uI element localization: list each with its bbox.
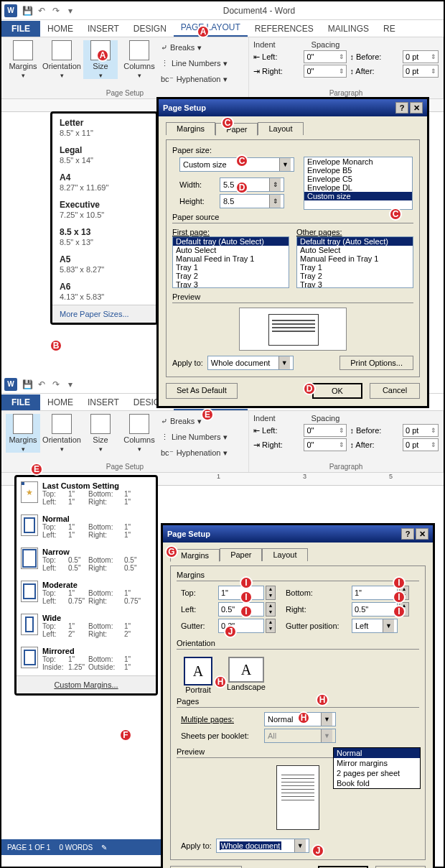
hyphenation-button[interactable]: bc⁻ Hyphenation ▾ (161, 72, 228, 86)
save-icon[interactable]: 💾 (20, 4, 34, 18)
tab-layout[interactable]: Layout (262, 548, 307, 561)
tab-home[interactable]: HOME (40, 21, 80, 37)
size-letter[interactable]: Letter8.5" x 11" (52, 114, 156, 141)
indent-left-input[interactable]: 0" (304, 50, 347, 63)
size-button[interactable]: Size (83, 414, 118, 453)
opt-mirror-margins[interactable]: Mirror margins (334, 758, 420, 768)
more-paper-sizes[interactable]: More Paper Sizes... (52, 305, 156, 323)
size-85x13[interactable]: 8.5 x 138.5" x 13" (52, 223, 156, 250)
help-button[interactable]: ? (401, 528, 414, 540)
margins-wide[interactable]: Wide Top:1"Bottom:1" Left:2"Right:2" (17, 609, 156, 642)
line-numbers-button[interactable]: ⋮ Line Numbers ▾ (161, 430, 228, 444)
orientation-portrait[interactable]: APortrait (184, 657, 212, 694)
top-spinner[interactable]: ▲▼ (266, 586, 276, 600)
spacing-before-input[interactable]: 0 pt (403, 50, 439, 63)
gutter-pos-combo[interactable]: Left▼ (352, 619, 398, 633)
tab-review[interactable]: RE (376, 21, 403, 37)
set-as-default-button[interactable]: Set As Default (166, 383, 238, 399)
margins-last-custom[interactable]: ★ Last Custom Setting Top:1"Bottom:1" Le… (17, 477, 156, 510)
spacing-before-input[interactable]: 0 pt (403, 424, 439, 437)
tab-page-layout[interactable]: PAGE LAYOUT (174, 19, 248, 37)
apply-to-combo[interactable]: Whole document▼ (216, 839, 309, 853)
orientation-landscape[interactable]: ALandscape (227, 657, 266, 694)
orientation-button[interactable]: Orientation (44, 414, 79, 453)
opt-normal[interactable]: Normal (334, 748, 420, 758)
tab-mailings[interactable]: MAILINGS (321, 21, 376, 37)
paper-size-label: Paper size: (172, 146, 413, 154)
opt-env-c5[interactable]: Envelope C5 (304, 175, 412, 183)
opt-book-fold[interactable]: Book fold (334, 778, 420, 788)
margins-narrow[interactable]: Narrow Top:0.5"Bottom:0.5" Left:0.5"Righ… (17, 543, 156, 576)
line-numbers-button[interactable]: ⋮ Line Numbers ▾ (161, 56, 228, 70)
tab-file[interactable]: FILE (1, 394, 40, 410)
tab-design[interactable]: DESIGN (126, 21, 174, 37)
tab-margins[interactable]: Margins (166, 122, 215, 135)
gutter-spinner[interactable]: ▲▼ (266, 619, 276, 633)
bottom-input[interactable] (352, 586, 398, 600)
close-button[interactable]: ✕ (416, 528, 428, 540)
margins-normal[interactable]: Normal Top:1"Bottom:1" Left:1"Right:1" (17, 510, 156, 543)
columns-button[interactable]: Columns (122, 414, 156, 453)
right-input[interactable] (352, 602, 398, 617)
tab-home[interactable]: HOME (40, 394, 80, 410)
paper-size-listbox[interactable]: Envelope Monarch Envelope B5 Envelope C5… (304, 157, 413, 210)
left-label: Left: (181, 605, 217, 614)
multiple-pages-label: Multiple pages: (181, 715, 260, 724)
badge-C: C (221, 116, 234, 129)
indent-left-input[interactable]: 0" (304, 424, 347, 437)
breaks-button[interactable]: ⤶ Breaks ▾ (161, 414, 228, 428)
undo-icon[interactable]: ↶ (34, 4, 49, 18)
margins-button[interactable]: Margins (6, 40, 40, 79)
height-input[interactable]: 8.5⇕ (220, 194, 284, 208)
qat-menu-icon[interactable]: ▾ (63, 4, 78, 18)
margins-moderate[interactable]: Moderate Top:1"Bottom:1" Left:0.75"Right… (17, 576, 156, 609)
tab-insert[interactable]: INSERT (80, 21, 126, 37)
multiple-pages-droplist[interactable]: Normal Mirror margins 2 pages per sheet … (333, 747, 421, 789)
indent-right-input[interactable]: 0" (304, 438, 347, 451)
tab-file[interactable]: FILE (1, 21, 40, 37)
first-page-listbox[interactable]: Default tray (Auto Select) Auto Select M… (172, 236, 289, 288)
columns-button[interactable]: Columns (122, 40, 156, 79)
opt-env-dl[interactable]: Envelope DL (304, 183, 412, 192)
spacing-after-input[interactable]: 0 pt (403, 438, 439, 451)
indent-right-input[interactable]: 0" (304, 65, 347, 78)
help-button[interactable]: ? (395, 102, 408, 114)
margins-mirrored[interactable]: Mirrored Top:1"Bottom:1" Inside:1.25"Out… (17, 642, 156, 675)
other-pages-listbox[interactable]: Default tray (Auto Select) Auto Select M… (296, 236, 413, 288)
size-legal[interactable]: Legal8.5" x 14" (52, 141, 156, 168)
spacing-after-input[interactable]: 0 pt (403, 65, 439, 78)
opt-env-monarch[interactable]: Envelope Monarch (304, 157, 412, 166)
ok-button[interactable]: OK (312, 383, 362, 399)
hyphenation-button[interactable]: bc⁻ Hyphenation ▾ (161, 445, 228, 460)
size-executive[interactable]: Executive7.25" x 10.5" (52, 195, 156, 223)
opt-custom-size[interactable]: Custom size (304, 192, 412, 200)
size-a4[interactable]: A48.27" x 11.69" (52, 168, 156, 195)
apply-to-combo[interactable]: Whole document▼ (207, 356, 294, 370)
breaks-button[interactable]: ⤶ Breaks ▾ (161, 40, 228, 55)
redo-icon[interactable]: ↷ (49, 377, 63, 392)
opt-env-b5[interactable]: Envelope B5 (304, 166, 412, 175)
save-icon[interactable]: 💾 (20, 377, 34, 392)
width-input[interactable]: 5.5⇕ (220, 177, 284, 192)
close-button[interactable]: ✕ (410, 102, 423, 114)
width-label: Width: (179, 180, 215, 189)
left-spinner[interactable]: ▲▼ (266, 602, 276, 617)
cancel-button[interactable]: Cancel (370, 383, 420, 399)
size-a5[interactable]: A55.83" x 8.27" (52, 250, 156, 277)
spell-check-icon[interactable]: ✎ (101, 844, 107, 851)
tab-paper[interactable]: Paper (220, 548, 262, 561)
margins-button[interactable]: Margins (6, 414, 40, 453)
tab-layout[interactable]: Layout (258, 122, 303, 135)
print-options-button[interactable]: Print Options... (339, 356, 413, 370)
orientation-button[interactable]: Orientation (44, 40, 79, 79)
tab-references[interactable]: REFERENCES (248, 21, 321, 37)
tab-insert[interactable]: INSERT (80, 394, 126, 410)
custom-margins[interactable]: Custom Margins... (17, 675, 156, 693)
size-a6[interactable]: A64.13" x 5.83" (52, 277, 156, 305)
ribbon-body: Margins Orientation Size Columns ⤶ Break… (1, 411, 444, 473)
qat-menu-icon[interactable]: ▾ (63, 377, 78, 392)
opt-2pages[interactable]: 2 pages per sheet (334, 768, 420, 778)
redo-icon[interactable]: ↷ (49, 4, 63, 18)
word-icon: W (4, 4, 17, 17)
undo-icon[interactable]: ↶ (34, 377, 49, 392)
